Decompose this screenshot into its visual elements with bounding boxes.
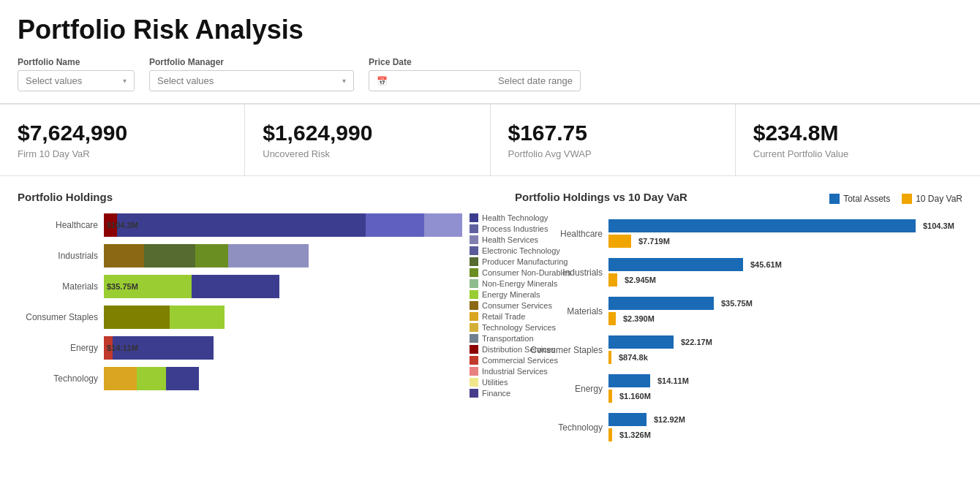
var-legend-dot <box>829 194 840 204</box>
var-bar-value: $14.11M <box>657 376 689 385</box>
var-row: Healthcare $104.3M $7.719M <box>515 219 962 248</box>
var-row: Consumer Staples $22.17M $874.8k <box>515 335 962 364</box>
page-title: Portfolio Risk Analysis <box>18 15 962 45</box>
bar-value-label: $35.75M <box>107 282 138 291</box>
var-bar-value: $2.945M <box>625 276 656 284</box>
var-bar <box>608 335 674 349</box>
var-bar <box>608 428 612 441</box>
var-bar-wrap: $1.326M <box>608 428 962 441</box>
bar-segments <box>104 213 462 237</box>
page-container: Portfolio Risk Analysis Portfolio Name S… <box>0 0 980 497</box>
var-bar-wrap: $874.8k <box>608 351 962 364</box>
var-bar-wrap: $2.945M <box>608 273 962 287</box>
bar-label: Energy <box>18 343 98 353</box>
var-label: Materials <box>515 306 603 316</box>
var-legend-dot <box>902 194 912 204</box>
var-bar <box>608 258 743 271</box>
kpi-label: Firm 10 Day VaR <box>18 148 227 159</box>
bar-row: Healthcare $104.3M <box>18 213 462 237</box>
bar-segment <box>195 244 228 268</box>
var-label: Energy <box>515 384 603 394</box>
bar-track: $104.3M <box>104 213 462 237</box>
var-legend-item: Total Assets <box>829 194 890 204</box>
var-bar-wrap: $7.719M <box>608 235 962 248</box>
bar-segment <box>104 244 144 268</box>
legend-dot <box>470 356 478 365</box>
var-bar <box>608 297 714 310</box>
var-label: Industrials <box>515 268 603 278</box>
bar-value-label: $104.3M <box>107 221 138 229</box>
var-title: Portfolio Holdings vs 10 Day VaR <box>515 191 687 203</box>
kpi-value: $167.75 <box>508 121 717 145</box>
var-bar-wrap: $104.3M <box>608 219 962 232</box>
bar-label: Materials <box>18 281 98 292</box>
var-bars: $104.3M $7.719M <box>608 219 962 248</box>
legend-dot <box>470 378 478 387</box>
var-row: Energy $14.11M $1.160M <box>515 374 962 403</box>
legend-dot <box>470 367 478 376</box>
legend-dot <box>470 334 478 343</box>
legend-dot <box>470 224 478 233</box>
bar-row: Technology <box>18 367 462 390</box>
bar-segments <box>104 244 309 268</box>
legend-dot <box>470 268 478 277</box>
var-bar-value: $874.8k <box>619 353 648 362</box>
portfolio-manager-filter: Portfolio Manager Select values ▾ <box>149 57 354 91</box>
var-legend: Total Assets 10 Day VaR <box>829 194 962 204</box>
bar-track <box>104 244 462 268</box>
bar-track <box>104 367 462 390</box>
bar-row: Materials $35.75M <box>18 275 462 298</box>
bar-segment <box>366 213 424 237</box>
portfolio-manager-caret-icon: ▾ <box>342 77 346 85</box>
price-date-filter: Price Date 📅 Select date range <box>369 57 581 91</box>
bar-track <box>104 306 462 329</box>
var-bar-value: $2.390M <box>623 314 655 323</box>
var-bar-wrap: $45.61M <box>608 258 962 271</box>
kpi-card: $167.75 Portfolio Avg VWAP <box>491 105 736 175</box>
portfolio-manager-label: Portfolio Manager <box>149 57 354 67</box>
var-bar-wrap: $12.92M <box>608 413 962 426</box>
var-legend-item: 10 Day VaR <box>902 194 962 204</box>
portfolio-name-caret-icon: ▾ <box>123 77 127 85</box>
portfolio-manager-value: Select values <box>157 75 214 86</box>
var-bar <box>608 413 647 426</box>
bar-segments <box>104 306 225 329</box>
portfolio-name-label: Portfolio Name <box>18 57 135 67</box>
bar-row: Energy $14.11M <box>18 336 462 360</box>
kpi-value: $234.8M <box>753 121 962 145</box>
var-bar <box>608 219 916 232</box>
bar-segment <box>424 213 462 237</box>
filters-row: Portfolio Name Select values ▾ Portfolio… <box>18 57 962 91</box>
legend-dot <box>470 323 478 332</box>
var-bar-wrap: $35.75M <box>608 297 962 310</box>
var-bar-value: $45.61M <box>750 260 782 269</box>
price-date-select[interactable]: 📅 Select date range <box>369 70 581 91</box>
holdings-title: Portfolio Holdings <box>18 191 500 203</box>
legend-dot <box>470 257 478 266</box>
legend-dot <box>470 345 478 354</box>
var-bar-value: $35.75M <box>721 299 753 308</box>
price-date-label: Price Date <box>369 57 581 67</box>
portfolio-manager-select[interactable]: Select values ▾ <box>149 70 354 91</box>
var-bar-value: $104.3M <box>923 221 954 230</box>
var-label: Technology <box>515 422 603 433</box>
legend-dot <box>470 246 478 255</box>
var-bars: $22.17M $874.8k <box>608 335 962 364</box>
bar-segment <box>228 244 309 268</box>
bar-segment <box>137 367 166 390</box>
kpi-label: Uncovered Risk <box>263 148 472 159</box>
var-bar-wrap: $2.390M <box>608 312 962 325</box>
bar-track: $14.11M <box>104 336 462 360</box>
portfolio-name-select[interactable]: Select values ▾ <box>18 70 135 91</box>
legend-dot <box>470 279 478 288</box>
bar-label: Healthcare <box>18 220 98 230</box>
price-date-value: Select date range <box>498 75 573 86</box>
calendar-icon: 📅 <box>377 76 388 86</box>
kpi-card: $1,624,990 Uncovered Risk <box>245 105 490 175</box>
var-panel: Portfolio Holdings vs 10 Day VaR Total A… <box>500 191 962 441</box>
bar-segment <box>144 244 195 268</box>
var-bar-wrap: $22.17M <box>608 335 962 349</box>
var-bars: $45.61M $2.945M <box>608 258 962 287</box>
bar-label: Consumer Staples <box>18 312 98 322</box>
portfolio-name-value: Select values <box>26 75 82 86</box>
